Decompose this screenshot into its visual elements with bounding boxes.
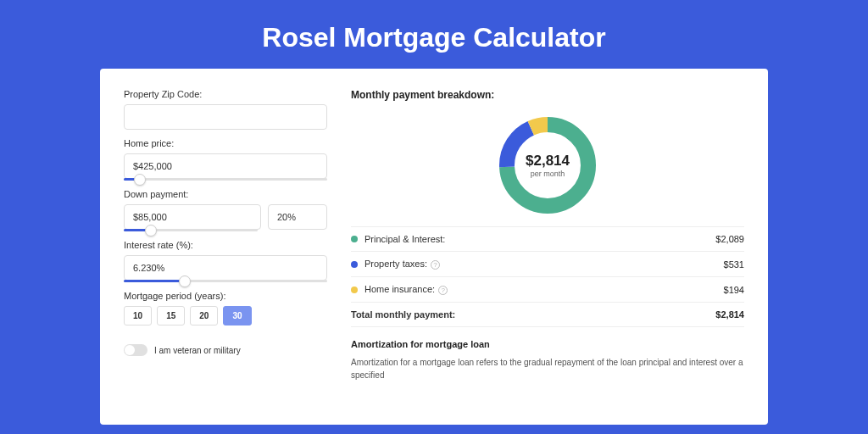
total-value: $2,814 [715, 309, 744, 320]
donut-amount: $2,814 [526, 153, 570, 170]
donut-chart: $2,814 per month [351, 108, 744, 226]
period-option-20[interactable]: 20 [190, 306, 218, 326]
legend: Principal & Interest:$2,089Property taxe… [351, 226, 744, 327]
form-panel: Property Zip Code: Home price: Down paym… [124, 89, 327, 404]
zip-label: Property Zip Code: [124, 89, 327, 99]
amortization-title: Amortization for mortgage loan [351, 339, 744, 349]
zip-input[interactable] [124, 104, 327, 130]
legend-dot-icon [351, 236, 358, 242]
legend-dot-icon [351, 287, 358, 293]
slider-thumb-icon[interactable] [179, 275, 191, 287]
total-label: Total monthly payment: [351, 309, 715, 320]
legend-value: $531 [724, 259, 744, 270]
slider-thumb-icon[interactable] [145, 225, 157, 236]
slider-thumb-icon[interactable] [134, 174, 146, 186]
rate-input[interactable] [124, 255, 327, 281]
calculator-card: Property Zip Code: Home price: Down paym… [100, 69, 768, 425]
period-option-10[interactable]: 10 [124, 306, 152, 326]
legend-row: Home insurance:?$194 [351, 277, 744, 303]
breakdown-panel: Monthly payment breakdown: $2,814 per mo… [351, 89, 744, 404]
amortization-section: Amortization for mortgage loan Amortizat… [351, 339, 744, 381]
price-slider[interactable] [124, 178, 327, 181]
info-icon[interactable]: ? [438, 286, 448, 295]
legend-row: Property taxes:?$531 [351, 252, 744, 277]
donut-sub: per month [531, 170, 565, 178]
amortization-text: Amortization for a mortgage loan refers … [351, 356, 744, 381]
down-percent-input[interactable] [268, 204, 327, 230]
legend-name: Property taxes:? [364, 259, 724, 270]
price-label: Home price: [124, 138, 327, 148]
period-label: Mortgage period (years): [124, 291, 327, 301]
legend-value: $2,089 [715, 234, 744, 244]
period-group: 10152030 [124, 306, 327, 326]
legend-total-row: Total monthly payment:$2,814 [351, 303, 744, 327]
breakdown-title: Monthly payment breakdown: [351, 89, 744, 101]
rate-label: Interest rate (%): [124, 240, 327, 250]
down-amount-input[interactable] [124, 204, 261, 230]
legend-name: Principal & Interest: [364, 234, 715, 244]
rate-slider[interactable] [124, 280, 327, 282]
period-option-15[interactable]: 15 [157, 306, 185, 326]
price-input[interactable] [124, 153, 327, 179]
info-icon[interactable]: ? [431, 260, 440, 270]
page-title: Rosel Mortgage Calculator [0, 0, 868, 69]
legend-dot-icon [351, 261, 358, 268]
down-label: Down payment: [124, 189, 327, 199]
legend-value: $194 [724, 285, 744, 295]
down-slider[interactable] [124, 229, 258, 231]
legend-row: Principal & Interest:$2,089 [351, 227, 744, 252]
legend-name: Home insurance:? [364, 284, 724, 295]
veteran-label: I am veteran or military [154, 346, 241, 355]
veteran-toggle[interactable] [124, 344, 147, 356]
period-option-30[interactable]: 30 [223, 306, 251, 326]
